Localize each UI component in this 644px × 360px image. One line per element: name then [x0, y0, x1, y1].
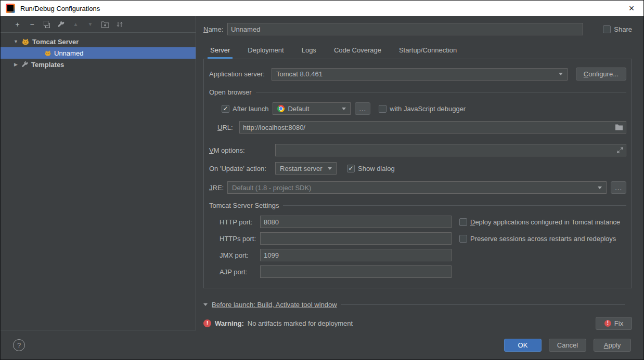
edit-defaults-icon[interactable] — [57, 20, 66, 29]
apply-button-label: Apply — [604, 341, 621, 349]
browser-select[interactable]: Default — [273, 102, 351, 115]
tree-item-label: Tomcat Server — [32, 38, 79, 46]
chevron-down-icon — [598, 186, 602, 189]
chevron-expanded-icon[interactable]: ▼ — [13, 39, 19, 44]
new-folder-icon[interactable] — [100, 20, 109, 29]
name-row: Name: Share — [203, 22, 632, 36]
configurations-toolbar: + − ▲ ▼ — [1, 16, 196, 33]
chevron-down-icon — [328, 167, 332, 170]
remove-configuration-icon[interactable]: − — [28, 20, 36, 29]
tree-item-label: Templates — [31, 61, 64, 69]
preserve-sessions-checkbox-box — [459, 235, 467, 243]
ajp-port-input[interactable] — [260, 265, 452, 278]
open-browser-section-label: Open browser — [209, 88, 252, 96]
tab-logs[interactable]: Logs — [302, 46, 316, 59]
tree-item-label: Unnamed — [54, 49, 83, 57]
show-dialog-checkbox[interactable]: Show dialog — [347, 165, 395, 172]
dialog-title: Run/Debug Configurations — [20, 5, 100, 12]
configure-button[interactable]: Configure... — [576, 68, 626, 81]
divider — [283, 205, 626, 206]
bottom-bar: ? OK Cancel Apply — [1, 330, 643, 359]
vm-options-input[interactable] — [275, 144, 626, 156]
jre-label: JRE: — [209, 184, 227, 192]
copy-configuration-icon[interactable] — [42, 20, 51, 29]
before-launch-toggle[interactable]: Before launch: Build, Activate tool wind… — [203, 300, 625, 309]
run-debug-configurations-dialog: Run/Debug Configurations × + − ▲ ▼ — [0, 0, 644, 360]
after-launch-label: After launch — [233, 105, 268, 113]
sidebar: + − ▲ ▼ ▼ — [1, 16, 196, 330]
share-checkbox[interactable]: Share — [603, 25, 632, 33]
open-browser-section: Open browser — [209, 88, 626, 96]
js-debugger-label: with JavaScript debugger — [390, 105, 466, 113]
show-dialog-checkbox-box — [347, 165, 355, 172]
tab-server[interactable]: Server — [210, 46, 230, 59]
configurations-tree: ▼ Tomcat Server Unnamed ▶ — [1, 33, 196, 70]
divider — [341, 304, 625, 305]
warning-bar: Warning: No artifacts marked for deploym… — [203, 316, 632, 330]
tabs: Server Deployment Logs Code Coverage Sta… — [203, 43, 632, 59]
configure-button-label: Configure... — [584, 70, 619, 78]
combo-value: Tomcat 8.0.461 — [276, 70, 323, 78]
deploy-applications-checkbox[interactable]: Deploy applications configured in Tomcat… — [459, 218, 620, 226]
name-input[interactable] — [227, 23, 583, 35]
https-port-label: HTTPs port: — [220, 235, 260, 243]
url-row: URL: — [209, 121, 626, 134]
chevron-down-icon — [203, 303, 208, 306]
after-launch-checkbox[interactable]: After launch — [222, 105, 268, 113]
tree-item-unnamed[interactable]: Unnamed — [1, 47, 196, 59]
warning-label: Warning: — [215, 319, 244, 327]
tree-item-tomcat-server[interactable]: ▼ Tomcat Server — [1, 36, 196, 47]
tomcat-settings-section-label: Tomcat Server Settings — [209, 202, 279, 209]
ajp-port-row: AJP port: — [209, 265, 626, 278]
tree-item-templates[interactable]: ▶ Templates — [1, 59, 196, 70]
add-configuration-icon[interactable]: + — [13, 20, 22, 29]
jmx-port-label: JMX port: — [220, 251, 260, 259]
tab-startup-connection[interactable]: Startup/Connection — [399, 46, 457, 59]
url-field — [239, 121, 626, 134]
https-port-row: HTTPs port: Preserve sessions across res… — [209, 232, 626, 245]
js-debugger-checkbox-box — [379, 105, 387, 113]
application-server-row: Application server: Tomcat 8.0.461 Confi… — [209, 68, 626, 81]
close-icon[interactable]: × — [625, 4, 638, 13]
folder-icon[interactable] — [615, 124, 623, 131]
show-dialog-label: Show dialog — [358, 165, 395, 172]
preserve-sessions-checkbox[interactable]: Preserve sessions across restarts and re… — [459, 235, 616, 243]
url-input[interactable] — [239, 121, 626, 134]
titlebar: Run/Debug Configurations × — [1, 1, 643, 16]
tomcat-config-icon — [44, 49, 51, 57]
js-debugger-checkbox[interactable]: with JavaScript debugger — [379, 105, 466, 113]
move-down-icon[interactable]: ▼ — [86, 20, 95, 29]
tomcat-icon — [21, 37, 30, 46]
on-update-action-select[interactable]: Restart server — [275, 162, 337, 175]
sort-configurations-icon[interactable] — [115, 20, 124, 29]
expand-icon[interactable] — [617, 147, 623, 153]
vm-options-field — [275, 144, 626, 156]
tab-code-coverage[interactable]: Code Coverage — [334, 46, 381, 59]
ok-button[interactable]: OK — [504, 339, 542, 352]
jre-more-button[interactable]: ... — [611, 181, 626, 194]
move-up-icon[interactable]: ▲ — [71, 20, 80, 29]
application-server-select[interactable]: Tomcat 8.0.461 — [272, 68, 568, 81]
https-port-input[interactable] — [260, 232, 452, 245]
fix-button[interactable]: Fix — [596, 317, 632, 330]
preserve-sessions-label: Preserve sessions across restarts and re… — [470, 235, 616, 243]
after-launch-row: After launch Default ... with JavaScript… — [209, 102, 626, 115]
cancel-button[interactable]: Cancel — [549, 339, 586, 352]
http-port-label: HTTP port: — [220, 218, 260, 226]
apply-button[interactable]: Apply — [594, 339, 631, 352]
jre-row: JRE: Default (1.8 - project SDK) ... — [209, 181, 626, 194]
chevron-collapsed-icon[interactable]: ▶ — [13, 62, 19, 67]
fix-button-label: Fix — [614, 319, 623, 327]
jmx-port-input[interactable] — [260, 249, 452, 261]
tab-deployment[interactable]: Deployment — [248, 46, 284, 59]
http-port-row: HTTP port: Deploy applications configure… — [209, 216, 626, 228]
application-server-label: Application server: — [209, 70, 272, 78]
jre-select[interactable]: Default (1.8 - project SDK) — [227, 181, 607, 194]
divider — [256, 92, 626, 92]
http-port-input[interactable] — [260, 216, 452, 228]
chevron-down-icon — [342, 108, 346, 110]
dialog-body: + − ▲ ▼ ▼ — [1, 16, 643, 330]
browser-more-button[interactable]: ... — [355, 102, 370, 115]
help-button[interactable]: ? — [13, 339, 25, 351]
error-icon — [604, 320, 611, 327]
